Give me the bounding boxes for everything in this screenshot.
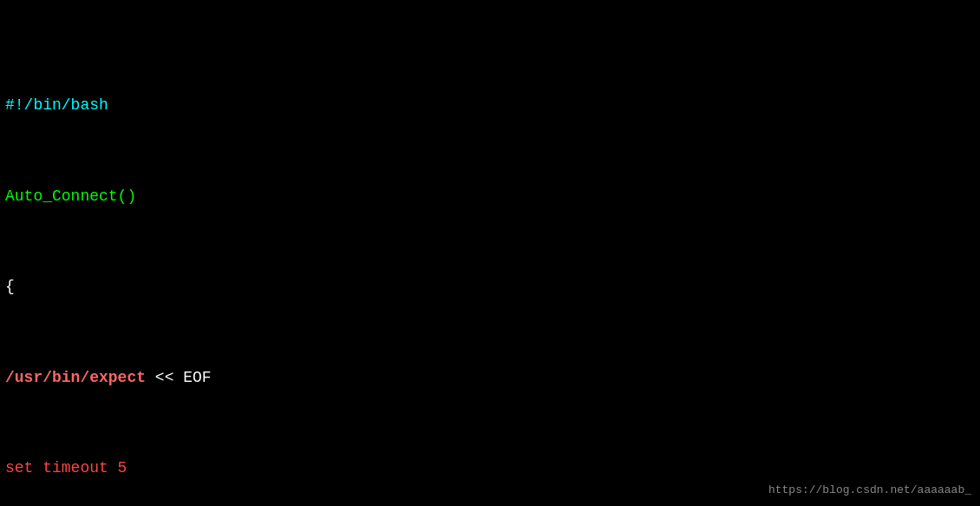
func-name: Auto_Connect(): [5, 187, 136, 205]
brace-open: {: [5, 278, 15, 295]
line-5: set timeout 5: [5, 457, 975, 479]
expect-heredoc: /usr/bin/expect << EOF: [5, 369, 212, 386]
set-timeout: set timeout 5: [5, 459, 127, 476]
line-2: Auto_Connect(): [5, 185, 975, 207]
shebang: #!/bin/bash: [5, 96, 108, 114]
line-4: /usr/bin/expect << EOF: [5, 366, 975, 389]
watermark: https://blog.csdn.net/aaaaaab_: [768, 483, 971, 499]
code-content: #!/bin/bash Auto_Connect() { /usr/bin/ex…: [5, 3, 975, 506]
line-1: #!/bin/bash: [5, 94, 975, 116]
terminal-window: #!/bin/bash Auto_Connect() { /usr/bin/ex…: [0, 0, 980, 506]
line-3: {: [5, 275, 975, 298]
